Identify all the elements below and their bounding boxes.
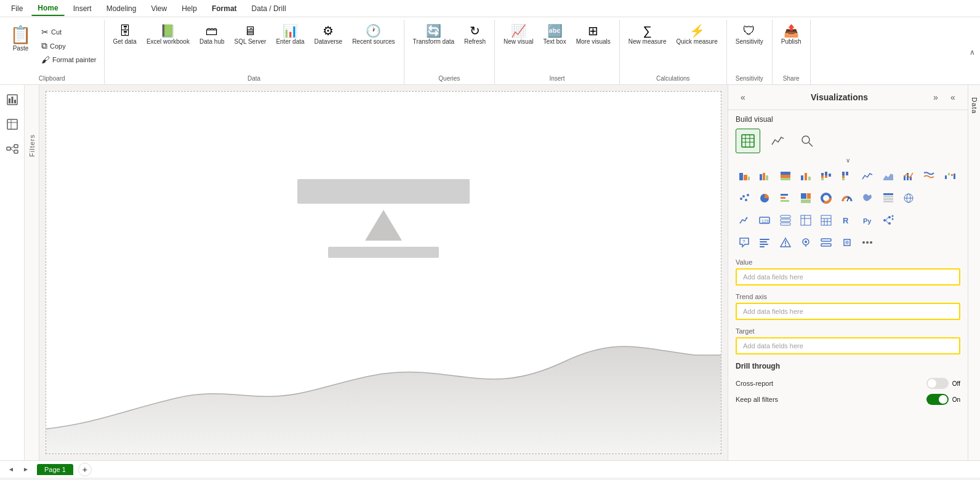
sql-server-button[interactable]: 🖥 SQL Server bbox=[231, 22, 270, 48]
publish-icon: 📤 bbox=[784, 25, 799, 37]
recent-sources-button[interactable]: 🕐 Recent sources bbox=[348, 22, 398, 48]
menu-modeling[interactable]: Modeling bbox=[100, 2, 143, 15]
menu-format[interactable]: Format bbox=[206, 2, 243, 15]
svg-rect-54 bbox=[781, 197, 785, 199]
new-measure-icon: ∑ bbox=[643, 25, 652, 37]
dataverse-button[interactable]: ⚙ Dataverse bbox=[311, 22, 347, 48]
trend-axis-input[interactable]: Add data fields here bbox=[736, 303, 960, 320]
sidebar-report-icon[interactable] bbox=[2, 90, 22, 110]
visual-bing-maps[interactable] bbox=[797, 234, 814, 251]
panel-back-button[interactable]: « bbox=[736, 90, 750, 105]
visual-multirow-card[interactable] bbox=[777, 212, 794, 229]
svg-rect-53 bbox=[781, 194, 788, 196]
svg-rect-44 bbox=[945, 175, 947, 179]
page-prev-button[interactable]: ◄ bbox=[5, 463, 17, 476]
menu-home[interactable]: Home bbox=[31, 1, 64, 16]
cross-report-toggle[interactable] bbox=[926, 378, 949, 389]
visual-stacked-col[interactable] bbox=[817, 167, 835, 185]
add-page-button[interactable]: + bbox=[78, 463, 92, 476]
visual-type-sparkline[interactable] bbox=[765, 129, 790, 153]
menu-help[interactable]: Help bbox=[175, 2, 203, 15]
visual-pie[interactable] bbox=[756, 190, 773, 207]
text-box-button[interactable]: 🔤 Text box bbox=[539, 22, 569, 48]
visual-card[interactable]: 123 bbox=[756, 212, 773, 229]
cut-icon: ✂ bbox=[41, 27, 49, 37]
trend-axis-field-section: Trend axis Add data fields here bbox=[728, 288, 968, 322]
visual-smart-narrative[interactable] bbox=[756, 234, 773, 251]
refresh-button[interactable]: ↻ Refresh bbox=[460, 22, 489, 48]
data-hub-button[interactable]: 🗃 Data hub bbox=[196, 22, 228, 48]
visual-matrix2[interactable] bbox=[817, 212, 835, 229]
visual-waterfall[interactable] bbox=[941, 167, 958, 185]
visual-type-table[interactable] bbox=[736, 129, 760, 153]
panel-expand-button[interactable]: » bbox=[928, 90, 943, 105]
visual-azure-map[interactable] bbox=[900, 190, 917, 207]
get-data-button[interactable]: 🗄 Get data bbox=[110, 22, 140, 48]
new-visual-button[interactable]: 📈 New visual bbox=[500, 22, 537, 48]
format-painter-button[interactable]: 🖌 Format painter bbox=[39, 54, 99, 66]
visual-shape[interactable] bbox=[838, 234, 856, 251]
visual-type-search[interactable] bbox=[795, 129, 819, 153]
visual-ribbon-chart[interactable] bbox=[920, 167, 938, 185]
visual-stacked-bar[interactable] bbox=[736, 167, 753, 185]
menu-view[interactable]: View bbox=[145, 2, 173, 15]
visual-line-chart[interactable] bbox=[859, 167, 876, 185]
get-data-label: Get data bbox=[113, 38, 137, 46]
sensitivity-group-label: Sensitivity bbox=[732, 74, 767, 84]
excel-icon: 📗 bbox=[160, 25, 175, 37]
data-tab[interactable]: Data bbox=[968, 85, 980, 460]
visual-r-visual[interactable]: R bbox=[838, 212, 856, 229]
visual-decomp-tree[interactable] bbox=[880, 212, 897, 229]
visual-donut[interactable] bbox=[817, 190, 835, 207]
visual-filled-map[interactable] bbox=[859, 190, 876, 207]
visual-clustered-bar[interactable] bbox=[756, 167, 773, 185]
cut-button[interactable]: ✂ Cut bbox=[39, 26, 99, 38]
visual-python[interactable]: Py bbox=[859, 212, 876, 229]
share-content: 📤 Publish bbox=[777, 20, 805, 74]
enter-data-button[interactable]: 📊 Enter data bbox=[272, 22, 308, 48]
visual-100pct-col[interactable] bbox=[838, 167, 856, 185]
quick-measure-button[interactable]: ⚡ Quick measure bbox=[673, 22, 721, 48]
visual-kpi[interactable] bbox=[736, 212, 753, 229]
keep-filters-toggle[interactable] bbox=[926, 394, 949, 405]
value-input[interactable]: Add data fields here bbox=[736, 268, 960, 286]
visual-treemap[interactable] bbox=[797, 190, 814, 207]
page-1-tab[interactable]: Page 1 bbox=[37, 464, 73, 475]
visual-kpi2[interactable] bbox=[777, 234, 794, 251]
visual-more[interactable] bbox=[859, 234, 876, 251]
visual-gauge[interactable] bbox=[838, 190, 856, 207]
target-input[interactable]: Add data fields here bbox=[736, 337, 960, 354]
visual-table[interactable] bbox=[797, 212, 814, 229]
menu-file[interactable]: File bbox=[5, 2, 29, 15]
excel-workbook-button[interactable]: 📗 Excel workbook bbox=[143, 22, 193, 48]
visual-line-col[interactable] bbox=[900, 167, 917, 185]
menu-data-drill[interactable]: Data / Drill bbox=[246, 2, 292, 15]
sidebar-table-icon[interactable] bbox=[2, 114, 22, 134]
more-visuals-button[interactable]: ⊞ More visuals bbox=[572, 22, 614, 48]
ribbon-collapse-button[interactable]: ∧ bbox=[965, 20, 980, 84]
filters-panel[interactable]: Filters bbox=[25, 85, 39, 460]
paste-button[interactable]: 📋 Paste bbox=[5, 22, 36, 54]
copy-button[interactable]: ⧉ Copy bbox=[39, 39, 99, 52]
panel-collapse-button[interactable]: « bbox=[946, 90, 960, 105]
sensitivity-button[interactable]: 🛡 Sensitivity bbox=[732, 22, 767, 48]
visual-matrix[interactable] bbox=[880, 190, 897, 207]
visual-scatter[interactable] bbox=[736, 190, 753, 207]
build-visual-label: Build visual bbox=[728, 110, 968, 126]
page-nav: ◄ ► bbox=[5, 463, 32, 476]
svg-point-17 bbox=[802, 136, 809, 143]
page-next-button[interactable]: ► bbox=[20, 463, 32, 476]
visual-bar-h[interactable] bbox=[777, 190, 794, 207]
menu-insert[interactable]: Insert bbox=[67, 2, 98, 15]
visual-col-chart[interactable] bbox=[797, 167, 814, 185]
visual-area-chart[interactable] bbox=[880, 167, 897, 185]
publish-button[interactable]: 📤 Publish bbox=[777, 22, 805, 48]
new-measure-button[interactable]: ∑ New measure bbox=[625, 22, 670, 48]
more-visuals-icon: ⊞ bbox=[588, 25, 598, 37]
clipboard-content: 📋 Paste ✂ Cut ⧉ Copy 🖌 Format painter bbox=[5, 20, 99, 74]
sidebar-model-icon[interactable] bbox=[2, 139, 22, 159]
visual-100pct-bar[interactable] bbox=[777, 167, 794, 185]
visual-slicer[interactable] bbox=[817, 234, 835, 251]
transform-data-button[interactable]: 🔄 Transform data bbox=[409, 22, 458, 48]
visual-q-a[interactable]: ? bbox=[736, 234, 753, 251]
